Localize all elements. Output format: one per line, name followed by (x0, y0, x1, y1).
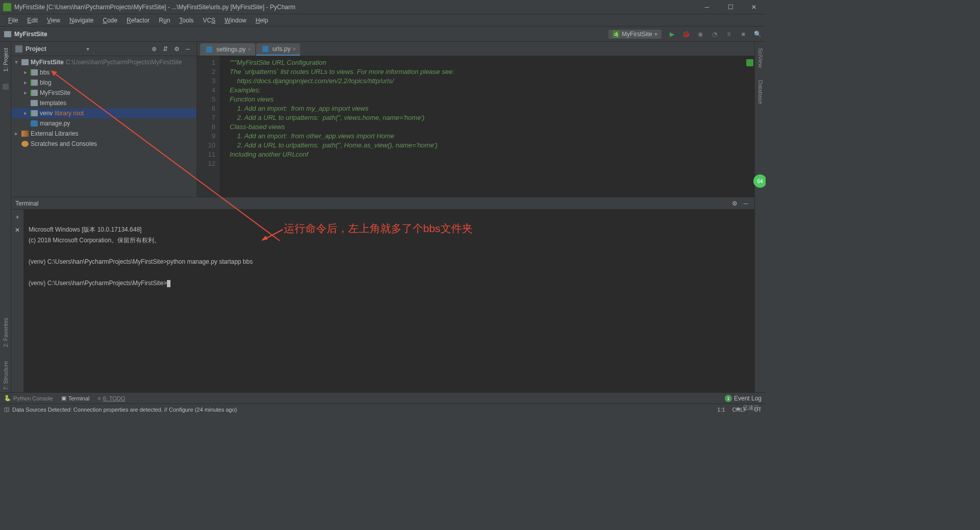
gear-icon[interactable]: ⚙ (172, 44, 181, 54)
tree-label: venv (40, 110, 53, 117)
terminal-sidebar: ＋ ✕ (11, 210, 23, 392)
close-icon[interactable]: × (292, 46, 296, 52)
minimize-button[interactable]: ─ (695, 0, 719, 14)
code-content[interactable]: """MyFirstSite URL Configuration The `ur… (219, 56, 754, 197)
statusbar: ◫ Data Sources Detected: Connection prop… (0, 403, 766, 415)
tree-label: manage.py (40, 120, 70, 127)
gutter-favorites[interactable]: 2: Favorites (3, 316, 9, 349)
gutter-project[interactable]: 1: Project (3, 46, 9, 73)
gutter-structure[interactable]: 7: Structure (3, 359, 9, 392)
tool-todo[interactable]: ≡ 6: TODO (97, 395, 125, 401)
cursor (167, 280, 170, 287)
tool-terminal[interactable]: ▣ Terminal (61, 395, 90, 401)
caret-position[interactable]: 1:1 (717, 407, 725, 413)
status-icon[interactable]: ◫ (4, 406, 9, 413)
folder-icon (4, 31, 11, 37)
code-editor[interactable]: 123456789101112 """MyFirstSite URL Confi… (197, 56, 754, 197)
gear-icon[interactable]: ⚙ (730, 199, 739, 208)
hide-icon[interactable]: ─ (183, 44, 192, 54)
locate-icon[interactable]: ⊕ (150, 44, 159, 54)
breadcrumb[interactable]: MyFirstSite (14, 31, 47, 38)
arrow-icon[interactable]: ► (22, 69, 29, 75)
tree-external-libs[interactable]: ► External Libraries (11, 129, 197, 139)
tree-scratches[interactable]: Scratches and Consoles (11, 139, 197, 149)
tree-item-bbs[interactable]: ► bbs (11, 67, 197, 78)
menu-file[interactable]: File (4, 16, 22, 25)
tree-root-hint: C:\Users\han\PycharmProjects\MyFirstSite (66, 59, 182, 66)
window-title: MyFirstSite [C:\Users\han\PycharmProject… (14, 4, 695, 11)
tree-root[interactable]: ▼ MyFirstSite C:\Users\han\PycharmProjec… (11, 57, 197, 67)
hide-icon[interactable]: ─ (741, 199, 750, 208)
menu-help[interactable]: Help (252, 16, 273, 25)
search-everywhere-button[interactable]: 🔍 (753, 30, 762, 38)
tree-item-venv[interactable]: ► venv library root (11, 108, 197, 118)
tree-item-manage[interactable]: manage.py (11, 118, 197, 129)
gutter-sciview[interactable]: SciView (757, 46, 764, 70)
tab-settings[interactable]: settings.py × (200, 43, 255, 56)
menu-window[interactable]: Window (220, 16, 251, 25)
run-config-selector[interactable]: dj MyFirstSite ▾ (608, 30, 662, 39)
menu-refactor[interactable]: Refactor (122, 16, 154, 25)
arrow-icon[interactable]: ► (22, 110, 29, 116)
tree-item-myfirstsite[interactable]: ► MyFirstSite (11, 88, 197, 98)
tree-label: Scratches and Consoles (31, 140, 97, 147)
analysis-marker[interactable] (746, 59, 753, 66)
left-tool-gutter: 1: Project 2: Favorites 7: Structure (0, 42, 11, 392)
stop-button[interactable]: ■ (739, 30, 747, 38)
package-icon (31, 110, 38, 116)
menu-view[interactable]: View (43, 16, 64, 25)
maximize-button[interactable]: ☐ (719, 0, 742, 14)
tree-item-templates[interactable]: templates (11, 98, 197, 108)
terminal-icon: ▣ (61, 395, 66, 401)
right-tool-gutter: SciView Database (754, 42, 766, 392)
arrow-icon[interactable]: ► (13, 131, 19, 137)
django-icon: dj (612, 31, 620, 38)
menu-tools[interactable]: Tools (175, 16, 198, 25)
python-file-icon (31, 120, 38, 127)
add-terminal-icon[interactable]: ＋ (14, 213, 20, 221)
coverage-button[interactable]: ◉ (696, 30, 704, 38)
run-button[interactable]: ▶ (668, 30, 676, 38)
profile-button[interactable]: ◔ (710, 30, 719, 38)
tab-label: urls.py (273, 45, 290, 53)
todo-icon: ≡ (97, 395, 101, 401)
package-icon (31, 90, 38, 96)
close-button[interactable]: ✕ (742, 0, 766, 14)
menu-run[interactable]: Run (155, 16, 174, 25)
tree-item-blog[interactable]: ► blog (11, 78, 197, 88)
terminal-title[interactable]: Terminal (15, 200, 728, 207)
project-panel-title[interactable]: Project (26, 45, 84, 53)
close-icon[interactable]: × (248, 46, 251, 53)
concurrency-button[interactable]: ≡ (725, 30, 733, 38)
tree-label: templates (40, 99, 66, 107)
watermark: ☁亿速云 (735, 404, 760, 412)
menu-edit[interactable]: Edit (23, 16, 42, 25)
arrow-icon[interactable]: ► (22, 80, 29, 86)
menu-navigate[interactable]: Navigate (65, 16, 97, 25)
float-badge[interactable]: 64 (753, 174, 766, 188)
event-log-button[interactable]: 1 Event Log (725, 395, 762, 402)
chevron-down-icon[interactable]: ▾ (86, 45, 89, 53)
tree-label: blog (40, 79, 52, 86)
gutter-database[interactable]: Database (757, 78, 764, 106)
gutter-icon[interactable] (3, 84, 9, 90)
menu-code[interactable]: Code (99, 16, 121, 25)
arrow-icon (13, 141, 19, 147)
folder-icon (31, 100, 38, 106)
project-tree[interactable]: ▼ MyFirstSite C:\Users\han\PycharmProjec… (11, 56, 197, 197)
collapse-icon[interactable]: ⇵ (161, 44, 170, 54)
arrow-icon[interactable]: ▼ (13, 59, 19, 65)
close-terminal-icon[interactable]: ✕ (15, 226, 20, 234)
tab-urls[interactable]: urls.py × (256, 43, 300, 56)
debug-button[interactable]: 🐞 (682, 30, 690, 38)
chevron-down-icon: ▾ (654, 31, 657, 38)
terminal-content[interactable]: Microsoft Windows [版本 10.0.17134.648] (c… (23, 210, 754, 392)
tool-python-console[interactable]: 🐍 Python Console (4, 395, 53, 401)
editor-area: settings.py × urls.py × 123456789101112 … (197, 42, 754, 197)
menu-vcs[interactable]: VCS (199, 16, 219, 25)
menubar: File Edit View Navigate Code Refactor Ru… (0, 14, 766, 27)
status-message[interactable]: Data Sources Detected: Connection proper… (12, 407, 237, 413)
arrow-icon (22, 120, 29, 127)
folder-icon (21, 59, 29, 65)
arrow-icon[interactable]: ► (22, 90, 29, 96)
